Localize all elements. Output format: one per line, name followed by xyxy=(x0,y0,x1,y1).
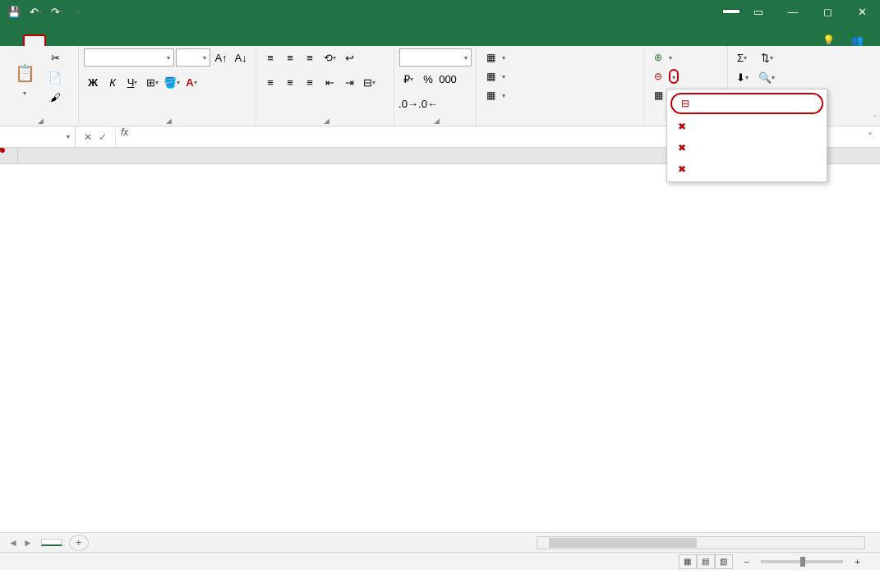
zoom-slider-thumb[interactable] xyxy=(800,557,805,567)
redo-icon[interactable]: ↷▾ xyxy=(48,2,66,21)
decrease-font-icon[interactable]: A↓ xyxy=(232,48,250,67)
align-top-icon[interactable]: ≡ xyxy=(261,48,279,67)
fx-icon[interactable]: fx xyxy=(116,126,133,147)
percent-icon[interactable]: % xyxy=(419,70,437,88)
delete-rows-icon: ✖ xyxy=(675,120,689,133)
close-icon[interactable]: ✕ xyxy=(845,0,878,23)
zoom-slider[interactable] xyxy=(761,560,843,563)
increase-indent-icon[interactable]: ⇥ xyxy=(340,73,358,91)
cell-styles-icon: ▦ xyxy=(486,90,495,101)
comma-icon[interactable]: 000 xyxy=(439,70,457,88)
italic-icon[interactable]: К xyxy=(104,73,122,91)
status-bar: ▦ ▤ ▧ − + xyxy=(0,552,880,570)
insert-cells-button[interactable]: ⊕▾ xyxy=(651,48,675,67)
normal-view-icon[interactable]: ▦ xyxy=(679,554,697,569)
scrollbar-thumb[interactable] xyxy=(549,538,697,548)
align-right-icon[interactable]: ≡ xyxy=(301,73,319,91)
delete-cells-button[interactable]: ⊖▾ xyxy=(651,67,682,85)
borders-icon[interactable]: ⊞▾ xyxy=(143,73,161,91)
sheet-tab[interactable] xyxy=(41,539,62,546)
wrap-text-icon[interactable]: ↩ xyxy=(340,48,358,67)
currency-icon[interactable]: ₽▾ xyxy=(399,70,417,88)
align-middle-icon[interactable]: ≡ xyxy=(281,48,299,67)
clipboard-icon: 📋 xyxy=(12,60,38,86)
maximize-icon[interactable]: ◻ xyxy=(811,0,844,23)
format-as-table-button[interactable]: ▦▾ xyxy=(485,67,507,85)
sort-filter-icon[interactable]: ⇅▾ xyxy=(758,48,776,67)
format-painter-icon[interactable]: 🖌 xyxy=(46,88,64,106)
font-size-selector[interactable]: ▾ xyxy=(176,48,210,67)
ribbon-tabs: 💡 👥 xyxy=(0,23,880,46)
page-layout-view-icon[interactable]: ▤ xyxy=(697,554,715,569)
dialog-launcher-icon[interactable]: ◢ xyxy=(166,117,172,125)
cells-area[interactable] xyxy=(18,164,880,532)
underline-icon[interactable]: Ч▾ xyxy=(123,73,141,91)
merge-icon[interactable]: ⊟▾ xyxy=(360,73,378,91)
autosum-icon[interactable]: Σ▾ xyxy=(733,48,751,67)
new-sheet-button[interactable]: + xyxy=(69,535,89,551)
tab-review[interactable] xyxy=(125,36,145,46)
tab-view[interactable] xyxy=(145,36,164,46)
paste-button[interactable]: 📋 ▾ xyxy=(5,48,44,108)
increase-decimal-icon[interactable]: .0→ xyxy=(399,94,417,113)
collapse-ribbon-icon[interactable]: ˇ xyxy=(874,115,877,124)
tab-home[interactable] xyxy=(23,34,46,46)
increase-font-icon[interactable]: A↑ xyxy=(212,48,230,67)
tab-data[interactable] xyxy=(105,36,125,46)
delete-icon: ⊖ xyxy=(654,71,662,82)
copy-icon[interactable]: 📄 xyxy=(46,68,64,86)
undo-icon[interactable]: ↶▾ xyxy=(26,2,44,21)
find-select-icon[interactable]: 🔍▾ xyxy=(758,68,776,86)
share-icon: 👥 xyxy=(851,34,864,46)
spreadsheet-grid[interactable] xyxy=(0,148,880,532)
share-button[interactable]: 👥 xyxy=(851,34,867,46)
dialog-launcher-icon[interactable]: ◢ xyxy=(324,117,329,125)
cancel-formula-icon[interactable]: ✕ xyxy=(84,131,92,143)
delete-cells-icon: ⊟ xyxy=(679,97,692,110)
save-icon[interactable]: 💾 xyxy=(5,2,23,21)
fill-color-icon[interactable]: 🪣▾ xyxy=(163,73,181,91)
name-box[interactable]: ▾ xyxy=(0,126,76,147)
tell-me-search[interactable]: 💡 xyxy=(822,34,840,46)
fill-icon[interactable]: ⬇▾ xyxy=(733,68,751,86)
tab-help[interactable] xyxy=(164,36,184,46)
orientation-icon[interactable]: ⟲▾ xyxy=(320,48,339,67)
sheet-nav-next-icon[interactable]: ► xyxy=(23,537,33,549)
expand-formula-bar-icon[interactable]: ˅ xyxy=(860,126,880,147)
sign-in-button[interactable] xyxy=(722,9,740,14)
delete-columns-menuitem[interactable]: ✖ xyxy=(667,137,827,158)
cut-icon[interactable]: ✂ xyxy=(46,48,64,67)
tab-file[interactable] xyxy=(3,36,23,46)
cell-styles-button[interactable]: ▦▾ xyxy=(485,86,507,104)
align-bottom-icon[interactable]: ≡ xyxy=(301,48,319,67)
tab-formulas[interactable] xyxy=(85,36,105,46)
delete-rows-menuitem[interactable]: ✖ xyxy=(667,116,827,137)
delete-sheet-menuitem[interactable]: ✖ xyxy=(667,158,827,180)
qat-customize-icon[interactable]: ▾ xyxy=(69,2,87,21)
tab-insert[interactable] xyxy=(46,36,66,46)
font-name-selector[interactable]: ▾ xyxy=(84,48,174,67)
align-left-icon[interactable]: ≡ xyxy=(261,73,279,91)
ribbon-options-icon[interactable]: ▭ xyxy=(742,0,775,23)
page-break-view-icon[interactable]: ▧ xyxy=(715,554,733,569)
zoom-out-icon[interactable]: − xyxy=(744,557,750,567)
minimize-icon[interactable]: — xyxy=(776,0,809,23)
decrease-indent-icon[interactable]: ⇤ xyxy=(320,73,339,91)
horizontal-scrollbar[interactable] xyxy=(537,536,865,549)
bold-icon[interactable]: Ж xyxy=(84,73,102,91)
zoom-in-icon[interactable]: + xyxy=(855,557,860,567)
conditional-formatting-button[interactable]: ▦▾ xyxy=(485,48,507,67)
tab-page-layout[interactable] xyxy=(66,36,85,46)
dialog-launcher-icon[interactable]: ◢ xyxy=(434,117,440,125)
number-format-selector[interactable]: ▾ xyxy=(399,48,472,67)
align-center-icon[interactable]: ≡ xyxy=(281,73,299,91)
enter-formula-icon[interactable]: ✓ xyxy=(99,131,107,143)
dialog-launcher-icon[interactable]: ◢ xyxy=(38,117,44,125)
decrease-decimal-icon[interactable]: .0← xyxy=(419,94,437,113)
font-color-icon[interactable]: A▾ xyxy=(182,73,200,91)
delete-dropdown-menu: ⊟ ✖ ✖ ✖ xyxy=(666,89,827,182)
delete-cells-menuitem[interactable]: ⊟ xyxy=(670,93,823,114)
cond-format-icon: ▦ xyxy=(486,52,495,63)
sheet-nav-prev-icon[interactable]: ◄ xyxy=(8,537,18,549)
select-all-corner[interactable] xyxy=(0,148,18,164)
